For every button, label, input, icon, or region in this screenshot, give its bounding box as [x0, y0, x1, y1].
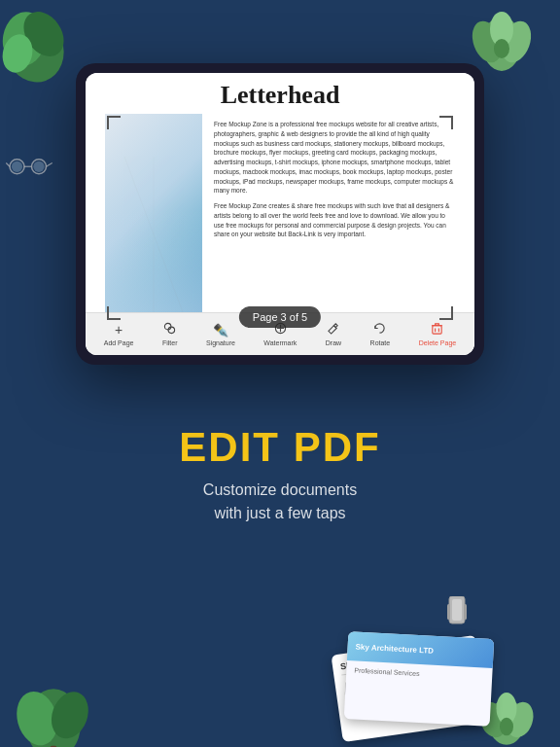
add-page-label: Add Page	[104, 339, 134, 346]
svg-rect-22	[433, 326, 441, 334]
page-indicator: Page 3 of 5	[239, 306, 321, 328]
paragraph-1: Free Mockup Zone is a professional free …	[214, 120, 455, 196]
tablet-mockup: Letterhead Free Mockup Zone is a profess…	[76, 63, 484, 365]
svg-point-8	[494, 39, 509, 58]
svg-rect-37	[464, 604, 467, 620]
plant-bottom-left-decoration	[10, 669, 88, 747]
toolbar-signature[interactable]: ✒️ Signature	[202, 321, 239, 348]
document-header: Letterhead	[86, 73, 474, 114]
glasses-decoration	[5, 156, 53, 181]
subtitle-line2: with just a few taps	[214, 505, 345, 521]
draw-icon	[327, 322, 339, 338]
filter-icon	[163, 322, 176, 338]
svg-point-12	[33, 161, 44, 172]
delete-icon	[431, 322, 443, 338]
plant-top-right-decoration	[463, 0, 541, 73]
svg-rect-35	[452, 599, 462, 621]
biz-card-front-subtitle: Professional Services	[354, 667, 484, 681]
svg-point-19	[165, 323, 172, 330]
tablet-screen: Letterhead Free Mockup Zone is a profess…	[86, 73, 474, 355]
plant-top-left-decoration	[0, 0, 78, 83]
top-section: Letterhead Free Mockup Zone is a profess…	[0, 0, 560, 409]
business-card-stack: Sky Architecture LTD Letterhead Sky Arch…	[327, 591, 502, 747]
rotate-icon	[373, 322, 386, 338]
biz-card-front-title: Sky Architecture LTD	[355, 642, 434, 655]
delete-page-label: Delete Page	[419, 339, 457, 346]
binder-clip	[446, 596, 468, 631]
hero-subtitle: Customize documents with just a few taps	[203, 479, 357, 525]
bottom-hero-section: EDIT PDF Customize documents with just a…	[0, 409, 560, 747]
hero-title: EDIT PDF	[179, 424, 380, 471]
tablet-frame: Letterhead Free Mockup Zone is a profess…	[76, 63, 484, 365]
svg-rect-36	[447, 604, 450, 620]
add-page-icon: +	[115, 322, 122, 338]
toolbar-add-page[interactable]: + Add Page	[100, 320, 138, 348]
svg-point-10	[12, 161, 22, 172]
corner-bracket-tl	[107, 116, 121, 129]
document-title: Letterhead	[105, 81, 455, 110]
paragraph-2: Free Mockup Zone creates & share free mo…	[214, 201, 455, 239]
signature-label: Signature	[206, 339, 235, 346]
toolbar-delete-page[interactable]: Delete Page	[415, 320, 461, 348]
svg-point-20	[168, 327, 175, 334]
rotate-label: Rotate	[370, 339, 391, 346]
toolbar-draw[interactable]: Draw	[322, 320, 345, 348]
subtitle-line1: Customize documents	[203, 481, 357, 498]
bottom-decorations: Sky Architecture LTD Letterhead Sky Arch…	[0, 552, 560, 747]
svg-line-15	[47, 163, 52, 167]
signature-icon: ✒️	[213, 323, 228, 338]
toolbar-rotate[interactable]: Rotate	[367, 320, 395, 348]
draw-label: Draw	[326, 339, 341, 346]
business-card-front: Sky Architecture LTD Professional Servic…	[344, 631, 495, 727]
filter-label: Filter	[162, 339, 178, 346]
svg-point-33	[500, 718, 513, 736]
corner-bracket-br	[439, 306, 453, 320]
watermark-label: Watermark	[263, 339, 297, 346]
toolbar-filter[interactable]: Filter	[158, 320, 182, 348]
corner-bracket-tr	[439, 116, 453, 129]
corner-bracket-bl	[107, 306, 121, 320]
